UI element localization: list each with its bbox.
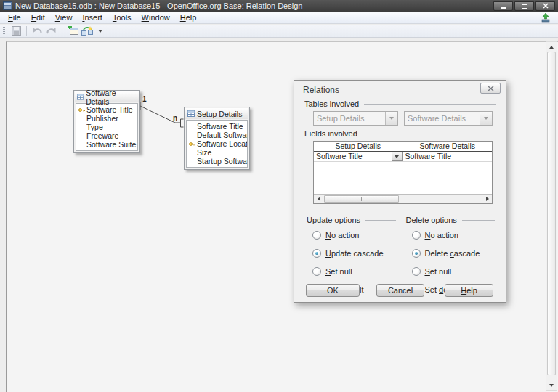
table-window-setup-details[interactable]: Setup Details Software Title Default Sof…	[184, 107, 250, 170]
ok-button[interactable]: OK	[306, 284, 360, 297]
menu-tools[interactable]: Tools	[108, 12, 137, 24]
table-field[interactable]: Size	[187, 148, 247, 157]
table-title: Software Details	[86, 89, 137, 106]
table-field-list: Software Title Publisher Type Freeware S…	[76, 103, 138, 151]
scroll-right-button[interactable]	[482, 195, 492, 203]
table-header[interactable]: Software Details	[75, 91, 139, 102]
arrow-right-icon	[486, 197, 489, 201]
grid-cell-field-right[interactable]: Software Title	[403, 152, 493, 161]
window-titlebar: New Database15.odb : New Database15 - Op…	[0, 0, 558, 12]
window-controls	[493, 1, 555, 11]
grid-row: Software Title Software Title	[314, 152, 492, 162]
toolbar-separator	[62, 26, 62, 36]
undo-icon	[32, 27, 42, 36]
menubar: File Edit View Insert Tools Window Help	[0, 12, 558, 24]
radio-update-set-null[interactable]: Set null	[312, 266, 396, 276]
radio-icon	[412, 267, 421, 276]
fields-grid: Setup Details Software Details Software …	[313, 141, 493, 204]
menu-insert[interactable]: Insert	[77, 12, 108, 24]
radio-icon	[412, 231, 421, 240]
arrow-up-icon	[549, 46, 554, 49]
primary-key-icon	[78, 107, 85, 113]
table-field[interactable]: Software Suite	[76, 140, 137, 149]
cancel-button[interactable]: Cancel	[376, 284, 424, 297]
scrollbar-thumb[interactable]	[547, 52, 556, 375]
right-table-combobox: Software Details	[404, 111, 493, 126]
dialog-close-button[interactable]	[480, 83, 501, 94]
primary-key-icon	[189, 141, 195, 147]
radio-icon	[312, 267, 321, 276]
dropdown-button	[385, 112, 397, 125]
table-field[interactable]: Type	[76, 123, 137, 131]
fields-involved-group-label: Fields involved	[304, 129, 496, 138]
tables-involved-group-label: Tables involved	[304, 99, 496, 108]
grid-row	[314, 162, 492, 171]
table-header[interactable]: Setup Details	[185, 108, 248, 119]
grid-header-left: Setup Details	[314, 142, 403, 151]
save-icon	[12, 26, 21, 36]
grid-horizontal-scrollbar[interactable]	[314, 194, 492, 203]
table-field[interactable]: Software Title	[187, 122, 247, 131]
table-field[interactable]: Software Title	[76, 105, 137, 114]
minimize-icon	[501, 7, 506, 9]
help-button[interactable]: Help	[445, 284, 493, 297]
radio-icon	[412, 249, 421, 258]
radio-delete-no-action[interactable]: No action	[412, 230, 496, 240]
toolbar-overflow-button[interactable]	[96, 25, 105, 37]
left-table-combobox: Setup Details	[313, 111, 398, 126]
maximize-icon	[522, 4, 527, 9]
dialog-title: Relations	[303, 85, 339, 95]
toolbar-grip[interactable]	[3, 27, 5, 36]
dialog-titlebar[interactable]: Relations	[294, 81, 506, 98]
menu-help[interactable]: Help	[175, 12, 202, 24]
menu-window[interactable]: Window	[137, 12, 175, 24]
update-available-icon[interactable]	[541, 13, 551, 23]
update-options-label: Update options	[307, 216, 396, 224]
minimize-button[interactable]	[493, 1, 513, 11]
menu-view[interactable]: View	[50, 12, 78, 24]
table-field-list: Software Title Default Software Software…	[186, 120, 248, 168]
scroll-down-button[interactable]	[546, 380, 557, 390]
undo-button[interactable]	[30, 25, 44, 37]
table-icon	[77, 94, 84, 100]
save-button[interactable]	[9, 25, 23, 37]
close-icon	[488, 86, 494, 91]
table-field[interactable]: Software Location	[187, 139, 247, 148]
menu-file[interactable]: File	[3, 12, 26, 24]
radio-update-no-action[interactable]: No action	[312, 230, 396, 240]
scroll-left-button[interactable]	[314, 195, 323, 203]
chevron-down-icon	[484, 117, 488, 120]
table-title: Setup Details	[197, 110, 242, 118]
app-icon	[3, 1, 12, 10]
menu-edit[interactable]: Edit	[26, 12, 50, 24]
chevron-down-icon	[98, 30, 102, 33]
vertical-scrollbar[interactable]	[546, 41, 557, 391]
radio-update-cascade[interactable]: Update cascade	[312, 248, 396, 258]
grid-cell-field-left[interactable]: Software Title	[314, 152, 403, 161]
scrollbar-thumb[interactable]	[324, 195, 399, 203]
table-field[interactable]: Default Software	[187, 131, 247, 139]
radio-delete-set-null[interactable]: Set null	[412, 266, 496, 276]
new-relation-button[interactable]	[80, 25, 94, 37]
scroll-up-button[interactable]	[546, 42, 557, 52]
radio-delete-cascade[interactable]: Delete cascade	[412, 248, 496, 258]
redo-button[interactable]	[44, 25, 59, 37]
table-icon	[187, 110, 195, 117]
grid-cell-empty[interactable]	[314, 162, 403, 171]
arrow-down-icon	[549, 384, 554, 387]
window-title: New Database15.odb : New Database15 - Op…	[15, 0, 489, 12]
chevron-down-icon	[389, 117, 394, 120]
add-table-button[interactable]	[65, 25, 80, 37]
table-field[interactable]: Publisher	[76, 114, 137, 123]
main-toolbar	[0, 25, 558, 38]
table-field[interactable]: Freeware	[76, 131, 137, 140]
radio-icon	[312, 231, 321, 240]
table-window-software-details[interactable]: Software Details Software Title Publishe…	[73, 90, 140, 153]
close-button[interactable]	[535, 1, 555, 11]
chevron-down-icon	[395, 155, 399, 158]
maximize-button[interactable]	[514, 1, 534, 11]
grid-cell-empty[interactable]	[403, 162, 493, 171]
field-dropdown-button[interactable]	[392, 152, 403, 161]
dropdown-button	[480, 112, 492, 125]
table-field[interactable]: Startup Software	[187, 157, 247, 166]
